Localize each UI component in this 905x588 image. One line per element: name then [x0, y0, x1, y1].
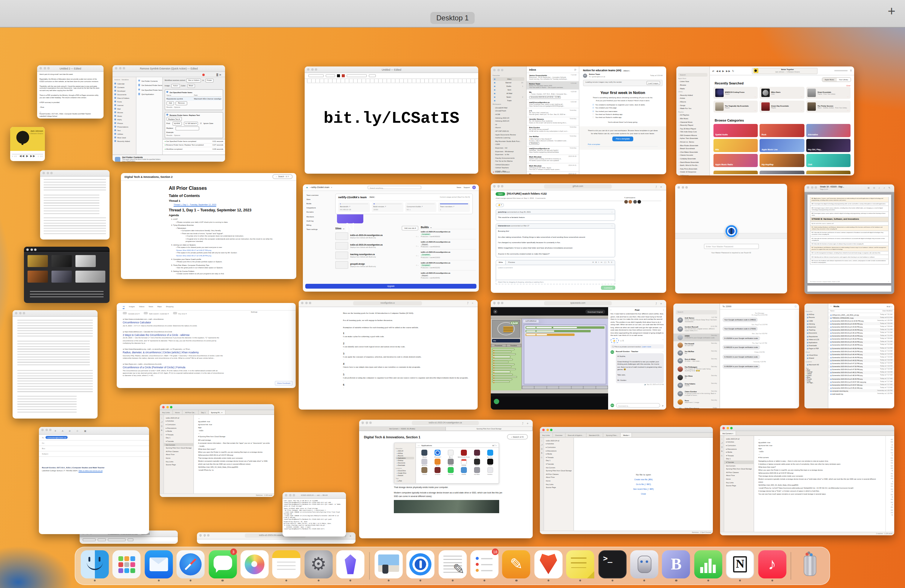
tree-item: All Prior Classes [164, 450, 193, 453]
dock-item[interactable]: 18 [469, 550, 500, 582]
dock-item[interactable] [437, 550, 468, 582]
window-search-results[interactable]: AllImagesVideosNewsMapsShopping Settings… [117, 303, 296, 388]
app-icon-cell: Clock [484, 459, 496, 466]
workspace-folder: CS50 [492, 143, 524, 146]
workflow-canvas: Workflow receives current files or folde… [163, 77, 225, 154]
dock-item[interactable] [725, 550, 755, 582]
dock-item[interactable] [143, 550, 174, 582]
dock-item[interactable] [693, 550, 723, 582]
dock-item[interactable] [795, 550, 826, 582]
window-apple-music[interactable]: Search Apple Music Listen NowBrowseRadio… [676, 67, 854, 175]
dock-item[interactable] [533, 550, 564, 582]
netlify-nav: Team overviewSitesBuildsIntegrationsDoma… [303, 191, 334, 292]
add-desktop-button[interactable]: + [888, 3, 895, 19]
pdf-title: Grade 10 - ICD2O - Digi... [820, 185, 844, 188]
window-preview-pdf[interactable]: Grade 10 - ICD2O - Digi... Page 2 of 4 ⊞… [805, 184, 894, 294]
video-tour-link: Take a video tour at lcs.on.ca [78, 469, 102, 472]
running-indicator [484, 580, 486, 582]
category-tile: Hip-Hop/Rap [760, 154, 805, 167]
window-textedit-bitly[interactable]: Untitled — Edited bit.ly/LCSatIS [305, 67, 478, 174]
dock-item[interactable] [367, 552, 372, 580]
dock-item[interactable] [629, 550, 660, 582]
tree-item: About Time [724, 474, 754, 477]
sidebar-item: Made For You [678, 107, 708, 110]
dock-item[interactable] [175, 550, 206, 582]
symbols-column: 497 533 81 313 412 413 43 531 433 432 52… [885, 436, 894, 532]
dock-item[interactable] [789, 552, 794, 580]
tree-item: Day 1 [724, 457, 754, 461]
email-signature: Russell Gordon, OCT, B.A., B.Ed. | Compu… [39, 457, 149, 472]
dock-item[interactable] [335, 550, 366, 582]
library-category: Utilities [113, 132, 136, 136]
workspace-folder: Faculty Announcements [492, 156, 524, 160]
tree-item: Hot Corners [724, 464, 754, 467]
window-dark-presentation[interactable] [24, 247, 110, 303]
dock-item[interactable] [373, 550, 404, 582]
window-github-issue[interactable]: ‹ ›github.com⤴ + Open [FEATURE] watch fo… [491, 183, 666, 293]
window-list-document[interactable] [13, 310, 98, 418]
dock-item[interactable] [111, 550, 142, 582]
category-tile: Chill [806, 154, 851, 167]
window-finder-media[interactable]: FavouritesAirDropRecentsCS50AdvisingExpe… [805, 304, 894, 408]
dock-item[interactable] [405, 550, 436, 582]
page-title: Digital Tech & Innovations, Section 2 [124, 175, 173, 178]
conversation-row: CG Claire GordonSaturday I'm going to wo… [673, 389, 719, 398]
dock-item[interactable] [240, 550, 270, 582]
window-document-thumbnail[interactable] [40, 170, 110, 240]
window-terminal[interactable]: ICD2O-2023-24 — -zsh — 80×24 Last login:… [283, 492, 346, 537]
album-art: Jack Johnson In Between Dreams [10, 127, 45, 151]
tree-item: ▾ Tutorials [164, 440, 193, 443]
dock-item[interactable] [271, 550, 302, 582]
mail-list-row: Me2023-02-07 Grade 10 https://ohmygit.or… [527, 172, 579, 175]
playlist-item: Classical Music [678, 120, 708, 123]
dock-item[interactable] [757, 550, 788, 582]
tree-item: Syncing Files from Cloud Storage [724, 467, 754, 470]
window-mail-compose[interactable]: ✈ A ⊘ ☺ ▣ To:curriculum@ontario.ca Cc: B… [39, 427, 149, 534]
conversation-row: John SmackmanFriday That's great. Thanks… [673, 406, 719, 408]
numbers-icon [694, 550, 722, 578]
window-messages[interactable]: Search JS Jodi Senso5:07 PM Denise 'Gord… [673, 304, 799, 408]
sidebar-item: Radio [678, 87, 708, 90]
recent-search-card: Miles DavisArtist … [760, 87, 805, 99]
window-netlify[interactable]: ✦netlify-22sidkk's team▾ Search anything… [303, 184, 479, 292]
dock-item[interactable] [565, 550, 595, 582]
window-nova-syncing-files[interactable]: Key LinksHomeAll Prior Cla...Day 1Syncin… [160, 404, 274, 497]
window-nova-hot-corners[interactable]: Hot Corners × ⌂⎇☰⚑◴ icd2o-2023-24-s2▸ Ac… [720, 425, 894, 535]
browser-tab: Hot Corners — ICD2O, S1 (Public) [359, 427, 446, 431]
window-textedit-note[interactable]: Untitled 2 — Edited Here's part of a lon… [37, 65, 103, 119]
desktop-1-space[interactable]: Desktop 1 [430, 12, 475, 24]
window-safari-section1[interactable]: ‹ ›icd2o-s1-2023-24.russellgordon.ca⤴ + … [359, 420, 533, 538]
curriculum-row: STRAND B: Hardware, Software, and Innova… [810, 217, 889, 222]
dock-item[interactable] [597, 550, 627, 582]
dock-item[interactable]: 3 [207, 550, 238, 582]
window-nova-no-file[interactable]: Key LinksOverviewDoes all of Apple's...S… [540, 427, 713, 534]
text-skeleton [17, 396, 77, 414]
dock-item[interactable] [303, 550, 334, 582]
window-craft-section2[interactable]: Digital Tech & Innovations, Section 2 ⌕S… [121, 173, 296, 279]
file-tree: icd2o-2023-24-s2▸ Activities▸ Curriculum… [724, 436, 754, 532]
dock-item[interactable] [661, 550, 691, 582]
sidebar-item: AirDrop [806, 313, 827, 316]
window-automator[interactable]: Remove Symlink Extension (Quick Action) … [113, 65, 225, 162]
running-indicator [643, 580, 645, 582]
dock-item[interactable] [501, 550, 532, 582]
sidebar-item: ● Red [395, 480, 414, 482]
pick-template-button: Pick a template [612, 137, 633, 141]
window-spacesedu-post[interactable]: ‹ ›spacesedu.com⤴ + ✕ Download Original … [491, 300, 666, 410]
sidebar-item: Google Drive [395, 472, 414, 474]
slide-thumbnail [75, 271, 105, 283]
window-1password-lock[interactable]: Enter Your Master Password Your Master P… [675, 184, 787, 293]
library-category: Internet [113, 103, 136, 107]
window-mail[interactable]: Favourites InboxStarred20Drafts1SentAll … [491, 67, 666, 174]
craft-icon [337, 550, 365, 578]
add-site-button: Add new site ▾ [402, 226, 418, 230]
site-row: icd2o-s2-2023-24.russellgordon.caDeploys… [335, 242, 418, 250]
workspace-folder: AP CSP 2020-21 [492, 129, 524, 133]
window-safari-learning-goals[interactable]: ‹ ›russellgordon.ca⤴ + Here are the lear… [298, 300, 478, 410]
workspace-folder: Authentic Learning [492, 136, 524, 140]
category-tile: Apple Music Live [760, 139, 805, 152]
category-tile-cut [760, 171, 805, 174]
window-music-miniplayer[interactable]: Jack Johnson In Between Dreams 2:05 -1:2… [10, 127, 45, 161]
dock-item[interactable] [79, 550, 110, 582]
file-row: Screenshot 2023-09-10 at 6.43.55 PM.pngT… [829, 323, 894, 326]
